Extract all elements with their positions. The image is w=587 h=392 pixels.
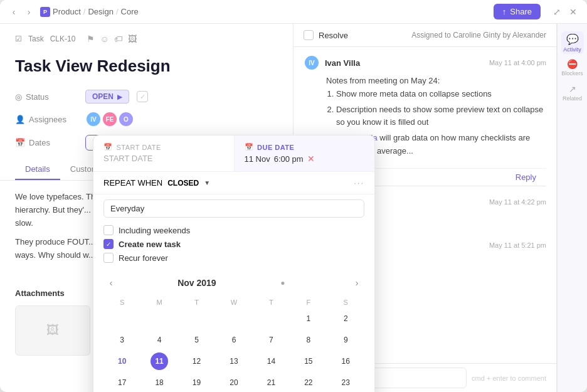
option-create-new-task[interactable]: ✓ Create new task xyxy=(103,239,364,249)
related-label: Related xyxy=(563,95,582,102)
cal-day-6[interactable]: 6 xyxy=(225,331,243,349)
dp-freq-row: Everyday Weekly Monthly xyxy=(93,194,374,220)
repeat-more-icon[interactable]: ··· xyxy=(354,178,364,188)
dow-sat: S xyxy=(327,297,364,308)
cal-day-2[interactable]: 2 xyxy=(337,310,354,327)
including-weekends-checkbox[interactable] xyxy=(103,225,114,235)
breadcrumb-design[interactable]: Design xyxy=(88,7,113,16)
avatar-3[interactable]: O xyxy=(118,111,134,127)
cal-day-empty xyxy=(262,310,280,327)
reply-button[interactable]: Reply xyxy=(516,172,536,182)
create-new-task-label: Create new task xyxy=(119,240,181,249)
cal-day-8[interactable]: 8 xyxy=(300,331,317,349)
breadcrumb-product[interactable]: Product xyxy=(53,7,81,16)
page-title: Task View Redesign xyxy=(0,56,293,76)
dates-icon: 📅 xyxy=(15,138,25,147)
cal-day-11[interactable]: 11 xyxy=(151,352,168,370)
dp-start-value[interactable]: START DATE xyxy=(103,154,224,163)
cal-day-10[interactable]: 10 xyxy=(114,352,131,370)
comment-1-time: May 11 at 4:00 pm xyxy=(489,59,546,66)
frequency-select[interactable]: Everyday Weekly Monthly xyxy=(103,199,364,218)
tab-details[interactable]: Details xyxy=(15,159,60,180)
comment-1-avatar: IV xyxy=(304,55,320,71)
meta-icons: ⚑ ☺ 🏷 🖼 xyxy=(87,34,136,44)
repeat-label: REPEAT WHEN xyxy=(103,178,162,188)
dp-start-label: 📅 START DATE xyxy=(103,143,224,151)
cal-day-20[interactable]: 20 xyxy=(225,374,243,391)
cal-prev-button[interactable]: ‹ xyxy=(103,275,119,290)
list-item: Show more meta data on collapse sections xyxy=(336,88,546,101)
task-type-label: Task xyxy=(28,34,44,43)
avatar-2[interactable]: FE xyxy=(102,111,118,127)
status-check[interactable]: ✓ xyxy=(137,91,148,102)
breadcrumb: P Product / Design / Core xyxy=(40,7,139,17)
repeat-arrow-icon[interactable]: ▼ xyxy=(204,179,210,186)
tag-icon[interactable]: 🏷 xyxy=(114,34,123,44)
cal-day-empty xyxy=(114,310,131,327)
resize-button[interactable]: ⤢ xyxy=(551,6,563,18)
dp-options: Including weekends ✓ Create new task Rec… xyxy=(93,220,374,268)
cal-day-15[interactable]: 15 xyxy=(300,352,317,370)
cal-day-5[interactable]: 5 xyxy=(188,331,206,349)
resolve-checkbox[interactable] xyxy=(304,30,314,40)
flag-icon[interactable]: ⚑ xyxy=(87,34,95,44)
sidebar-related[interactable]: ↗ Related xyxy=(561,82,584,104)
cal-day-12[interactable]: 12 xyxy=(188,352,206,370)
cal-day-23[interactable]: 23 xyxy=(337,374,354,391)
nav-buttons: ‹ › xyxy=(8,6,35,18)
assignees-list: IV FE O xyxy=(85,111,134,127)
status-badge[interactable]: OPEN ▶ xyxy=(85,90,129,103)
avatar-1[interactable]: IV xyxy=(85,111,102,127)
forward-button[interactable]: › xyxy=(23,6,35,18)
cal-next-button[interactable]: › xyxy=(349,275,364,290)
date-picker-modal: 📅 START DATE START DATE 📅 DUE DATE 11 No… xyxy=(93,135,375,392)
cal-day-21[interactable]: 21 xyxy=(262,374,280,391)
close-button[interactable]: ✕ xyxy=(567,6,579,18)
recur-forever-label: Recur forever xyxy=(119,253,168,263)
breadcrumb-core[interactable]: Core xyxy=(121,7,139,16)
title-bar: ‹ › P Product / Design / Core ↑ Share ⤢ … xyxy=(0,0,587,24)
resolve-label[interactable]: Resolve xyxy=(319,31,348,40)
comment-1-user: Ivan Villa xyxy=(325,58,360,68)
status-icon: ◎ xyxy=(15,92,22,102)
assignees-row: 👤 Assignees IV FE O xyxy=(0,107,293,131)
cal-today-button[interactable]: ● xyxy=(275,275,290,290)
cal-day-1[interactable]: 1 xyxy=(300,310,317,327)
comment-3-time: May 11 at 5:21 pm xyxy=(489,241,546,249)
sidebar-blockers[interactable]: ⛔ Blockers xyxy=(561,56,584,79)
dp-due-label: 📅 DUE DATE xyxy=(245,143,365,151)
cal-day-13[interactable]: 13 xyxy=(225,352,243,370)
cal-day-19[interactable]: 19 xyxy=(188,374,206,391)
dp-start-section: 📅 START DATE START DATE xyxy=(93,135,235,171)
activity-label: Activity xyxy=(563,46,581,53)
share-button[interactable]: ↑ Share xyxy=(494,4,541,19)
create-new-task-checkbox[interactable]: ✓ xyxy=(103,239,114,249)
attachment-1[interactable]: 🖼 xyxy=(15,305,90,356)
dp-due-value[interactable]: 11 Nov 6:00 pm ✕ xyxy=(245,154,365,164)
list-item: Description needs to show some preview t… xyxy=(336,103,546,130)
cal-day-7[interactable]: 7 xyxy=(262,331,280,349)
dp-cal-table: S M T W T F S 12345678910111213141516171… xyxy=(103,297,364,392)
sidebar-activity[interactable]: 💬 Activity xyxy=(561,31,584,54)
recur-forever-checkbox[interactable] xyxy=(103,253,114,263)
emoji-icon[interactable]: ☺ xyxy=(100,34,108,44)
dp-clear-due[interactable]: ✕ xyxy=(307,154,315,164)
cal-day-18[interactable]: 18 xyxy=(151,374,168,391)
cal-day-22[interactable]: 22 xyxy=(300,374,317,391)
assigned-text: Assigned to Caroline Ginty by Alexander xyxy=(411,31,546,40)
app-window: ‹ › P Product / Design / Core ↑ Share ⤢ … xyxy=(0,0,587,392)
back-button[interactable]: ‹ xyxy=(8,6,20,18)
cal-day-17[interactable]: 17 xyxy=(114,374,131,391)
cal-day-3[interactable]: 3 xyxy=(114,331,131,349)
option-recur-forever[interactable]: Recur forever xyxy=(103,253,364,263)
cal-day-16[interactable]: 16 xyxy=(337,352,354,370)
image-icon[interactable]: 🖼 xyxy=(128,34,137,44)
cal-day-4[interactable]: 4 xyxy=(151,331,168,349)
assignees-icon: 👤 xyxy=(15,115,25,124)
dow-tue: T xyxy=(178,297,215,308)
due-date-icon: 📅 xyxy=(245,143,254,151)
cal-day-14[interactable]: 14 xyxy=(262,352,280,370)
cal-day-9[interactable]: 9 xyxy=(337,331,354,349)
option-including-weekends[interactable]: Including weekends xyxy=(103,225,364,235)
start-date-icon: 📅 xyxy=(103,143,113,151)
